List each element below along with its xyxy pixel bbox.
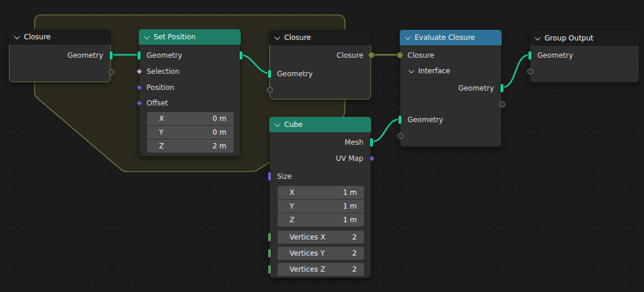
socket-label: Geometry xyxy=(458,84,494,92)
position-input-row: Position xyxy=(139,80,240,95)
closure-input-socket[interactable] xyxy=(397,52,403,58)
socket-label: UV Map xyxy=(336,154,363,163)
node-title: Closure xyxy=(24,33,51,41)
size-input-socket[interactable] xyxy=(267,172,272,181)
node-header[interactable]: Cube xyxy=(269,117,371,132)
geometry-output-socket[interactable] xyxy=(239,51,243,60)
node-header[interactable]: Closure xyxy=(269,30,371,45)
socket-label: Mesh xyxy=(344,138,363,147)
geometry-input-row: Geometry xyxy=(270,66,371,82)
offset-z-field[interactable]: Z 2 m xyxy=(147,139,234,153)
field-value: 0 m xyxy=(213,128,226,136)
node-cube[interactable]: Cube Mesh UV Map Size X 1 m Y 1 m Z 1 m … xyxy=(269,117,371,278)
geometry-output-socket[interactable] xyxy=(500,83,504,93)
field-value: 2 m xyxy=(213,142,226,150)
interface-panel-row[interactable]: Interface xyxy=(400,63,501,79)
geometry-input-socket[interactable] xyxy=(398,115,402,125)
geometry-input-row: Geometry xyxy=(139,48,240,63)
field-value: 1 m xyxy=(343,188,357,197)
uv-map-output-row: UV Map xyxy=(270,151,371,166)
collapse-chevron-icon[interactable] xyxy=(405,34,411,40)
link-evaluate-closure-to-group-output[interactable] xyxy=(502,55,530,88)
socket-label: Offset xyxy=(147,99,168,107)
panel-chevron-icon[interactable] xyxy=(409,67,415,73)
extend-socket[interactable] xyxy=(108,69,114,75)
node-header[interactable]: Evaluate Closure xyxy=(400,30,502,45)
geometry-output-socket[interactable] xyxy=(109,51,113,60)
closure-output-socket[interactable] xyxy=(368,52,375,58)
field-value: 2 xyxy=(352,265,357,274)
field-value: 2 xyxy=(352,249,357,257)
socket-label: Geometry xyxy=(537,51,573,60)
geometry-input-row: Geometry xyxy=(530,48,639,63)
node-title: Cube xyxy=(284,120,303,129)
field-value: 2 xyxy=(352,233,357,241)
offset-input-row: Offset xyxy=(139,95,240,111)
extend-socket-left[interactable] xyxy=(397,133,403,139)
offset-y-field[interactable]: Y 0 m xyxy=(147,126,234,139)
node-evaluate-closure[interactable]: Evaluate Closure Closure Interface Geome… xyxy=(400,30,502,147)
node-header[interactable]: Group Output xyxy=(530,30,639,46)
vertices-x-input-socket[interactable] xyxy=(267,232,272,242)
offset-x-field[interactable]: X 0 m xyxy=(147,112,234,125)
node-title: Group Output xyxy=(545,34,593,42)
extend-socket-right[interactable] xyxy=(499,101,505,107)
geometry-input-socket[interactable] xyxy=(528,51,532,60)
node-title: Closure xyxy=(284,33,311,42)
panel-divider xyxy=(400,79,501,80)
node-header[interactable]: Set Position xyxy=(139,29,241,45)
field-label: Z xyxy=(290,216,294,224)
field-label: X xyxy=(159,114,164,123)
link-cube-mesh-to-evaluate-closure[interactable] xyxy=(371,119,400,142)
size-x-field[interactable]: X 1 m xyxy=(278,186,364,199)
vertices-y-input-socket[interactable] xyxy=(267,248,272,258)
node-header[interactable]: Closure xyxy=(9,29,111,45)
size-y-field[interactable]: Y 1 m xyxy=(278,200,364,213)
node-closure-input[interactable]: Closure Geometry xyxy=(9,29,111,82)
extend-socket[interactable] xyxy=(527,69,533,74)
field-value: 0 m xyxy=(213,114,226,123)
node-editor-canvas[interactable]: Closure Geometry Set Position Geometry S… xyxy=(0,0,644,292)
closure-input-row: Closure xyxy=(400,48,501,63)
field-label: X xyxy=(290,188,294,197)
node-closure-result[interactable]: Closure Closure Geometry xyxy=(269,30,371,100)
collapse-chevron-icon[interactable] xyxy=(535,35,541,41)
mesh-output-socket[interactable] xyxy=(369,138,374,147)
node-set-position[interactable]: Set Position Geometry Selection Position… xyxy=(139,29,241,157)
node-title: Evaluate Closure xyxy=(415,33,475,42)
field-label: Z xyxy=(159,142,164,150)
panel-label: Interface xyxy=(418,67,450,75)
socket-label: Closure xyxy=(337,51,363,60)
field-value: 1 m xyxy=(343,216,357,224)
field-label: Y xyxy=(290,202,294,210)
vertices-x-field[interactable]: Vertices X 2 xyxy=(278,231,364,244)
geometry-input-socket[interactable] xyxy=(137,51,141,60)
collapse-chevron-icon[interactable] xyxy=(144,33,150,39)
geometry-input-row: Geometry xyxy=(400,112,501,128)
collapse-chevron-icon[interactable] xyxy=(14,33,20,39)
vertices-y-field[interactable]: Vertices Y 2 xyxy=(278,247,364,260)
extend-socket[interactable] xyxy=(267,87,273,93)
socket-label: Position xyxy=(147,83,175,92)
field-label: Y xyxy=(159,128,163,136)
vertices-z-field[interactable]: Vertices Z 2 xyxy=(278,263,364,276)
closure-output-row: Closure xyxy=(270,48,371,63)
socket-label: Selection xyxy=(147,67,179,76)
socket-label: Geometry xyxy=(67,51,103,60)
collapse-chevron-icon[interactable] xyxy=(275,121,281,127)
socket-label: Geometry xyxy=(407,116,443,124)
socket-label: Geometry xyxy=(147,51,182,60)
collapse-chevron-icon[interactable] xyxy=(275,34,281,40)
field-label: Vertices Y xyxy=(290,249,325,257)
node-title: Set Position xyxy=(154,33,195,41)
socket-label: Closure xyxy=(407,51,434,60)
vertices-z-input-socket[interactable] xyxy=(267,265,272,274)
socket-label: Geometry xyxy=(277,70,313,78)
geometry-output-row: Geometry xyxy=(10,48,110,63)
field-label: Vertices Z xyxy=(290,265,325,274)
socket-label: Size xyxy=(277,172,292,181)
mesh-output-row: Mesh xyxy=(270,135,371,150)
node-group-output[interactable]: Group Output Geometry xyxy=(530,30,639,83)
size-z-field[interactable]: Z 1 m xyxy=(278,213,364,226)
geometry-input-socket[interactable] xyxy=(267,69,272,79)
